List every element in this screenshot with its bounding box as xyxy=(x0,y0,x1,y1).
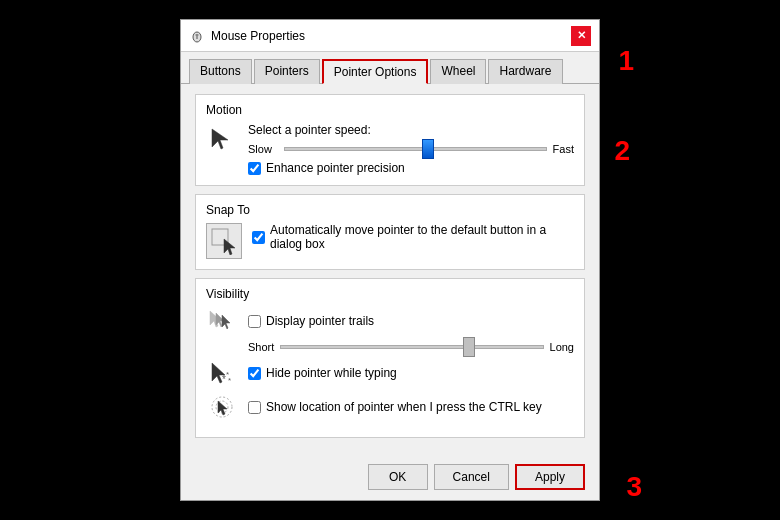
snap-cursor-icon xyxy=(210,227,238,255)
close-button[interactable]: ✕ xyxy=(571,26,591,46)
show-checkbox-row: Show location of pointer when I press th… xyxy=(248,400,542,414)
trails-checkbox[interactable] xyxy=(248,315,261,328)
speed-label: Select a pointer speed: xyxy=(248,123,574,137)
snap-label[interactable]: Automatically move pointer to the defaul… xyxy=(270,223,574,251)
motion-section: Motion Select a pointer speed: Slow xyxy=(195,94,585,186)
ok-button[interactable]: OK xyxy=(368,464,428,490)
visibility-section: Visibility Display pointer trails xyxy=(195,278,585,438)
svg-marker-5 xyxy=(224,239,235,255)
mouse-properties-dialog: Mouse Properties ✕ Buttons Pointers Poin… xyxy=(180,19,600,501)
annotation-3: 3 xyxy=(626,473,642,501)
fast-label: Fast xyxy=(553,143,574,155)
motion-body: Select a pointer speed: Slow Fast Enhanc… xyxy=(248,123,574,175)
speed-slider[interactable] xyxy=(284,147,547,151)
show-location-label[interactable]: Show location of pointer when I press th… xyxy=(266,400,542,414)
motion-icon xyxy=(206,123,238,155)
hide-cursor-icon: * * * xyxy=(208,361,236,385)
speed-thumb[interactable] xyxy=(422,139,434,159)
title-bar: Mouse Properties ✕ xyxy=(181,20,599,52)
tab-hardware[interactable]: Hardware xyxy=(488,59,562,84)
snap-auto-row: Automatically move pointer to the defaul… xyxy=(252,223,574,251)
speed-row: Slow Fast xyxy=(248,143,574,155)
enhance-precision-row: Enhance pointer precision xyxy=(248,161,574,175)
trails-checkbox-row: Display pointer trails xyxy=(248,314,374,328)
svg-marker-3 xyxy=(212,129,228,149)
trail-thumb[interactable] xyxy=(463,337,475,357)
show-location-icon xyxy=(206,393,238,421)
tab-pointer-options[interactable]: Pointer Options xyxy=(322,59,429,84)
cancel-button[interactable]: Cancel xyxy=(434,464,509,490)
tab-buttons[interactable]: Buttons xyxy=(189,59,252,84)
hide-checkbox-row: Hide pointer while typing xyxy=(248,366,397,380)
motion-inner: Select a pointer speed: Slow Fast Enhanc… xyxy=(206,123,574,175)
dialog-title: Mouse Properties xyxy=(211,29,305,43)
enhance-label[interactable]: Enhance pointer precision xyxy=(266,161,405,175)
snap-to-section: Snap To Automatically move pointer to th… xyxy=(195,194,585,270)
mouse-icon xyxy=(189,28,205,44)
trails-row: Display pointer trails xyxy=(206,307,574,335)
slow-label: Slow xyxy=(248,143,278,155)
visibility-title: Visibility xyxy=(206,287,574,301)
hide-label[interactable]: Hide pointer while typing xyxy=(266,366,397,380)
hide-checkbox[interactable] xyxy=(248,367,261,380)
short-label: Short xyxy=(248,341,274,353)
trails-cursor-icon xyxy=(208,309,236,333)
show-location-row: Show location of pointer when I press th… xyxy=(206,393,574,421)
svg-marker-15 xyxy=(218,401,227,415)
title-bar-left: Mouse Properties xyxy=(189,28,305,44)
tab-bar: Buttons Pointers Pointer Options Wheel H… xyxy=(181,52,599,84)
trails-label[interactable]: Display pointer trails xyxy=(266,314,374,328)
snap-to-title: Snap To xyxy=(206,203,574,217)
snap-checkbox[interactable] xyxy=(252,231,265,244)
snap-icon xyxy=(206,223,242,259)
apply-button[interactable]: Apply xyxy=(515,464,585,490)
svg-marker-8 xyxy=(222,315,230,329)
motion-title: Motion xyxy=(206,103,574,117)
show-location-checkbox[interactable] xyxy=(248,401,261,414)
trails-icon xyxy=(206,307,238,335)
svg-text:*: * xyxy=(228,376,231,385)
hide-row: * * * Hide pointer while typing xyxy=(206,359,574,387)
dialog-footer: OK Cancel Apply xyxy=(181,456,599,500)
tab-pointers[interactable]: Pointers xyxy=(254,59,320,84)
content-area: Motion Select a pointer speed: Slow xyxy=(181,84,599,456)
location-cursor-icon xyxy=(208,393,236,421)
trail-slider[interactable] xyxy=(280,345,543,349)
annotation-2: 2 xyxy=(614,137,630,165)
long-label: Long xyxy=(550,341,574,353)
snap-to-inner: Automatically move pointer to the defaul… xyxy=(206,223,574,259)
trail-slider-row: Short Long xyxy=(248,341,574,353)
annotation-1: 1 xyxy=(618,47,634,75)
cursor-speed-icon xyxy=(208,125,236,153)
hide-icon: * * * xyxy=(206,359,238,387)
tab-wheel[interactable]: Wheel xyxy=(430,59,486,84)
enhance-checkbox[interactable] xyxy=(248,162,261,175)
